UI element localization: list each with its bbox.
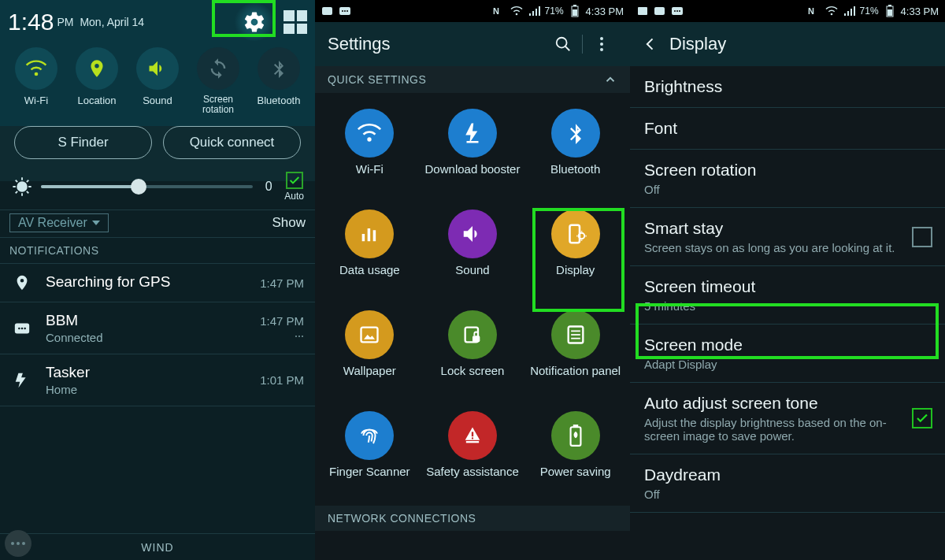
brightness-slider[interactable] xyxy=(41,185,253,188)
tile-bluetooth[interactable]: Bluetooth xyxy=(524,104,627,198)
auto-brightness-checkbox[interactable] xyxy=(286,172,303,189)
status-time: 4:33 PM xyxy=(586,6,624,17)
clock-date: Mon, April 14 xyxy=(80,16,144,28)
item-screen-rotation[interactable]: Screen rotationOff xyxy=(630,150,945,208)
status-bar: N 71% 4:33 PM xyxy=(315,0,630,22)
shade-top: 1:48 PM Mon, April 14 xyxy=(0,0,315,43)
search-button[interactable] xyxy=(547,35,579,53)
item-screen-mode[interactable]: Screen modeAdapt Display xyxy=(630,325,945,383)
quick-panel-grid-button[interactable] xyxy=(284,10,307,34)
show-button[interactable]: Show xyxy=(272,215,306,231)
bbm-icon xyxy=(13,320,32,337)
carrier-bar: WIND xyxy=(0,533,315,560)
auto-tone-checkbox[interactable] xyxy=(912,408,932,428)
lock-icon xyxy=(461,324,484,346)
quick-settings-header[interactable]: QUICK SETTINGS xyxy=(315,66,630,93)
display-icon xyxy=(564,222,587,246)
s-finder-button[interactable]: S Finder xyxy=(14,126,152,159)
sound-icon xyxy=(146,57,169,80)
display-title: Display xyxy=(669,34,932,54)
clock-time: 1:48 xyxy=(8,9,54,35)
tile-safety-assistance[interactable]: Safety assistance xyxy=(421,406,524,501)
bluetooth-icon xyxy=(269,59,288,78)
svg-point-36 xyxy=(679,10,680,12)
svg-rect-30 xyxy=(573,425,577,427)
svg-text:N: N xyxy=(808,6,814,16)
status-icon xyxy=(636,5,649,17)
status-icon xyxy=(654,5,666,17)
status-time: 4:33 PM xyxy=(901,6,939,17)
sound-icon xyxy=(461,222,484,246)
settings-gear-button[interactable] xyxy=(233,3,276,41)
wifi-status-icon xyxy=(825,5,838,17)
status-icon xyxy=(321,5,334,17)
svg-point-2 xyxy=(18,328,20,330)
tile-wifi[interactable]: Wi-Fi xyxy=(318,104,421,198)
signal-icon xyxy=(843,5,855,17)
notification-tasker[interactable]: TaskerHome 1:01 PM xyxy=(0,354,315,406)
svg-rect-40 xyxy=(888,5,891,6)
network-connections-header[interactable]: NETWORK CONNECTIONS xyxy=(315,506,630,531)
quick-connect-button[interactable]: Quick connect xyxy=(163,126,301,159)
toggle-sound-label: Sound xyxy=(128,95,187,106)
item-screen-timeout[interactable]: Screen timeout5 minutes xyxy=(630,266,945,325)
panel-icon xyxy=(565,324,587,346)
notification-shade: 1:48 PM Mon, April 14 Wi-Fi Location Sou… xyxy=(0,0,315,560)
toggle-rotation[interactable]: Screen rotation xyxy=(188,47,248,115)
toggle-location[interactable]: Location xyxy=(67,47,127,115)
item-daydream[interactable]: DaydreamOff xyxy=(630,454,945,513)
power-saving-icon xyxy=(565,424,586,447)
tile-notification-panel[interactable]: Notification panel xyxy=(524,306,627,400)
toggle-bluetooth[interactable]: Bluetooth xyxy=(249,47,309,115)
item-smart-stay[interactable]: Smart stayScreen stays on as long as you… xyxy=(630,208,945,266)
tile-download-booster[interactable]: Download booster xyxy=(421,104,524,198)
tile-display[interactable]: Display xyxy=(524,205,627,299)
auto-brightness-icon xyxy=(11,176,33,198)
overflow-menu-button[interactable] xyxy=(586,37,617,51)
tile-power-saving[interactable]: Power saving xyxy=(524,406,627,501)
search-icon xyxy=(554,35,572,53)
gear-icon xyxy=(243,10,266,34)
battery-icon xyxy=(569,5,581,17)
svg-point-27 xyxy=(472,437,473,439)
item-brightness[interactable]: Brightness xyxy=(630,66,945,108)
svg-rect-39 xyxy=(888,9,892,16)
tile-finger-scanner[interactable]: Finger Scanner xyxy=(318,406,421,501)
svg-point-4 xyxy=(24,328,26,330)
dropdown-icon xyxy=(92,219,100,227)
notification-time: 1:47 PM xyxy=(260,314,304,328)
notification-title: BBM xyxy=(46,312,247,329)
notification-bbm[interactable]: BBMConnected 1:47 PM⋯ xyxy=(0,302,315,354)
brightness-row: 0 Auto xyxy=(0,167,315,210)
toggle-sound[interactable]: Sound xyxy=(128,47,187,115)
toggle-rotation-label: Screen rotation xyxy=(188,95,248,115)
svg-rect-28 xyxy=(466,441,479,443)
svg-rect-21 xyxy=(472,336,480,342)
svg-rect-13 xyxy=(573,5,576,6)
toggle-wifi[interactable]: Wi-Fi xyxy=(6,47,66,115)
signal-icon xyxy=(528,5,540,17)
location-icon xyxy=(87,58,107,79)
back-button[interactable] xyxy=(643,36,663,52)
tile-lock-screen[interactable]: Lock screen xyxy=(421,306,524,400)
boost-icon xyxy=(461,121,484,145)
tile-wallpaper[interactable]: Wallpaper xyxy=(318,306,421,400)
drag-handle[interactable] xyxy=(5,530,32,557)
tile-sound[interactable]: Sound xyxy=(421,205,524,299)
svg-rect-26 xyxy=(472,432,473,436)
settings-header: Settings xyxy=(315,22,630,66)
item-auto-adjust-tone[interactable]: Auto adjust screen toneAdjust the displa… xyxy=(630,383,945,454)
toggle-wifi-label: Wi-Fi xyxy=(6,95,66,106)
notification-subtitle: Home xyxy=(46,383,247,396)
tile-data-usage[interactable]: Data usage xyxy=(318,205,421,299)
smart-stay-checkbox[interactable] xyxy=(912,227,932,247)
item-font[interactable]: Font xyxy=(630,108,945,150)
svg-line-15 xyxy=(565,46,570,51)
svg-rect-12 xyxy=(573,9,577,16)
av-receiver-dropdown[interactable]: AV Receiver xyxy=(9,213,109,232)
bbm-mini-icon: ⋯ xyxy=(260,331,304,342)
bolt-icon xyxy=(13,372,31,389)
wifi-status-icon xyxy=(510,5,523,17)
notification-gps[interactable]: Searching for GPS 1:47 PM xyxy=(0,264,315,302)
settings-grid: Wi-Fi Download booster Bluetooth Data us… xyxy=(315,93,630,506)
